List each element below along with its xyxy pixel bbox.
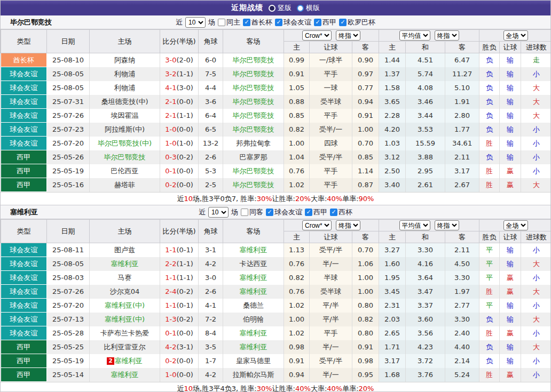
- league-checkbox[interactable]: ✓: [266, 209, 273, 216]
- result-handicap: 输: [500, 109, 521, 123]
- same-side-filter[interactable]: 同主: [218, 18, 240, 27]
- away-team-link[interactable]: 塞维利亚: [223, 340, 284, 354]
- league-filter[interactable]: ✓西甲: [314, 18, 336, 27]
- away-team-link[interactable]: 桑德兰: [223, 299, 284, 313]
- away-team-link[interactable]: 塞维利亚: [223, 243, 284, 257]
- final-odds-select[interactable]: 终指: [336, 30, 360, 41]
- away-team-link[interactable]: 毕尔巴鄂竞技: [223, 81, 284, 95]
- match-score: 0-2(0-0): [160, 354, 199, 368]
- league-checkbox[interactable]: ✓: [243, 19, 250, 26]
- league-filter[interactable]: ✓球会友谊: [275, 18, 311, 27]
- away-team-link[interactable]: 毕尔巴鄂竞技: [223, 178, 284, 192]
- home-team-link[interactable]: 2塞维利亚: [90, 354, 160, 368]
- home-team-link[interactable]: 毕尔巴鄂竞技(中): [90, 137, 160, 150]
- league-filter[interactable]: ✓欧罗巴杯: [339, 18, 375, 27]
- league-checkbox[interactable]: ✓: [305, 209, 312, 216]
- competition-badge: 球会友谊: [1, 123, 47, 137]
- home-team-link[interactable]: 毕尔巴鄂竞技: [90, 150, 160, 164]
- odds-handicap: 平手: [310, 326, 352, 340]
- home-team-link[interactable]: 桑坦德竞技(中): [90, 95, 160, 109]
- final-odds-select[interactable]: 终指: [336, 220, 360, 230]
- away-team-link[interactable]: 毕尔巴鄂竞技: [223, 123, 284, 137]
- match-date: 25-08-03: [47, 271, 90, 285]
- league-filter[interactable]: ✓西杯: [330, 207, 352, 217]
- away-team-link[interactable]: 邦弗拉甸拿: [223, 137, 284, 150]
- match-row: 西甲 25-05-25 比利亚雷亚尔 4-2(3-1) 3-5 塞维利亚 0.9…: [1, 340, 551, 354]
- avg-home-odds: 2.03: [379, 313, 406, 326]
- league-filter[interactable]: ✓西甲: [305, 207, 327, 217]
- match-row: 球会友谊 25-07-31 桑坦德竞技(中) 2-1(0-0) 3-6 毕尔巴鄂…: [1, 95, 551, 109]
- home-team-link[interactable]: 马赛: [90, 271, 160, 285]
- home-team-link[interactable]: 阿森纳: [90, 53, 160, 67]
- team-name: 塞维利亚: [10, 207, 38, 217]
- home-team-link[interactable]: 卡萨布兰卡热爱: [90, 326, 160, 340]
- away-team-link[interactable]: 伯明翰: [223, 313, 284, 326]
- summary-text: 20%: [295, 195, 311, 203]
- league-filters: ✓球会友谊✓西甲✓西杯: [266, 207, 352, 217]
- corner-score: 7-5: [199, 67, 223, 81]
- match-score: 4-1(3-0): [160, 81, 199, 95]
- summary-text: 近: [177, 384, 184, 392]
- home-team-link[interactable]: 比利亚雷亚尔: [90, 340, 160, 354]
- home-team-link[interactable]: 埃因霍温: [90, 109, 160, 123]
- col-header-avg-away: 客: [445, 42, 479, 53]
- away-team-link[interactable]: 巴塞罗那: [223, 150, 284, 164]
- bookmaker-select[interactable]: Crow*: [302, 220, 332, 230]
- league-filter[interactable]: ✓酋长杯: [243, 18, 272, 27]
- home-team-link[interactable]: 利物浦: [90, 67, 160, 81]
- radio-checked-icon[interactable]: [269, 5, 276, 12]
- away-team-link[interactable]: 毕尔巴鄂竞技: [223, 53, 284, 67]
- home-team-link[interactable]: 赫塔菲: [90, 178, 160, 192]
- league-filter[interactable]: ✓球会友谊: [266, 207, 302, 217]
- league-checkbox[interactable]: ✓: [339, 19, 347, 26]
- result-win-loss: 负: [479, 67, 500, 81]
- away-team-link[interactable]: 塞维利亚: [223, 326, 284, 340]
- home-team-link[interactable]: 塞维利亚: [90, 368, 160, 382]
- average-select[interactable]: 平均值: [399, 220, 430, 230]
- away-team-link[interactable]: 塞维利亚: [223, 285, 284, 299]
- same-side-checkbox[interactable]: [218, 19, 225, 26]
- avg-away-odds: 3.30: [445, 271, 479, 285]
- away-team-link[interactable]: 皇家马德里: [223, 354, 284, 368]
- league-checkbox[interactable]: ✓: [314, 19, 321, 26]
- home-team-link[interactable]: 利物浦: [90, 81, 160, 95]
- odds-away: 0.98: [352, 354, 379, 368]
- bookmaker-select[interactable]: Crow*: [302, 30, 332, 41]
- home-team-link[interactable]: 塞维利亚(中): [90, 299, 160, 313]
- league-checkbox[interactable]: ✓: [330, 209, 337, 216]
- avg-draw-odds: 3.53: [406, 123, 445, 137]
- result-handicap: 输: [500, 340, 521, 354]
- home-team-link[interactable]: 巴伦西亚: [90, 164, 160, 178]
- avg-final-select[interactable]: 终指: [435, 220, 459, 230]
- view-option-vertical[interactable]: 竖版: [269, 3, 292, 13]
- away-team-link[interactable]: 毕尔巴鄂竞技: [223, 109, 284, 123]
- same-side-filter[interactable]: 同客: [241, 207, 263, 217]
- home-team-link[interactable]: 塞维利亚: [90, 257, 160, 271]
- home-team-link[interactable]: 阿拉维斯(中): [90, 123, 160, 137]
- away-team-link[interactable]: 拉斯帕尔马斯: [223, 368, 284, 382]
- odds-away: 0.77: [352, 81, 379, 95]
- view-option-horizontal[interactable]: 横版: [297, 3, 320, 13]
- avg-final-select[interactable]: 终指: [435, 30, 459, 41]
- avg-away-odds: 5.24: [445, 368, 479, 382]
- league-checkbox[interactable]: ✓: [275, 19, 282, 26]
- away-team-link[interactable]: 卡达西亚: [223, 257, 284, 271]
- home-team-link[interactable]: 图卢兹: [90, 243, 160, 257]
- home-team-link[interactable]: 沙尔克04: [90, 285, 160, 299]
- away-team-link[interactable]: 毕尔巴鄂竞技: [223, 95, 284, 109]
- average-select[interactable]: 平均值: [399, 30, 430, 41]
- away-team-link[interactable]: 毕尔巴鄂竞技: [223, 67, 284, 81]
- avg-draw-odds: 3.56: [406, 326, 445, 340]
- match-date: 25-07-26: [47, 285, 90, 299]
- fulltime-select[interactable]: 全场: [503, 220, 528, 230]
- same-side-checkbox[interactable]: [241, 209, 248, 216]
- away-team-link[interactable]: 毕尔巴鄂竞技: [223, 164, 284, 178]
- result-win-loss: 胜: [479, 285, 500, 299]
- match-count-select[interactable]: 10: [208, 207, 229, 218]
- match-count-select[interactable]: 10: [185, 17, 206, 28]
- home-team-link[interactable]: 塞维利亚(中): [90, 313, 160, 326]
- away-team-link[interactable]: 塞维利亚: [223, 271, 284, 285]
- same-side-label: 同主: [226, 18, 240, 27]
- radio-unchecked-icon[interactable]: [297, 5, 304, 12]
- fulltime-select[interactable]: 全场: [503, 30, 528, 41]
